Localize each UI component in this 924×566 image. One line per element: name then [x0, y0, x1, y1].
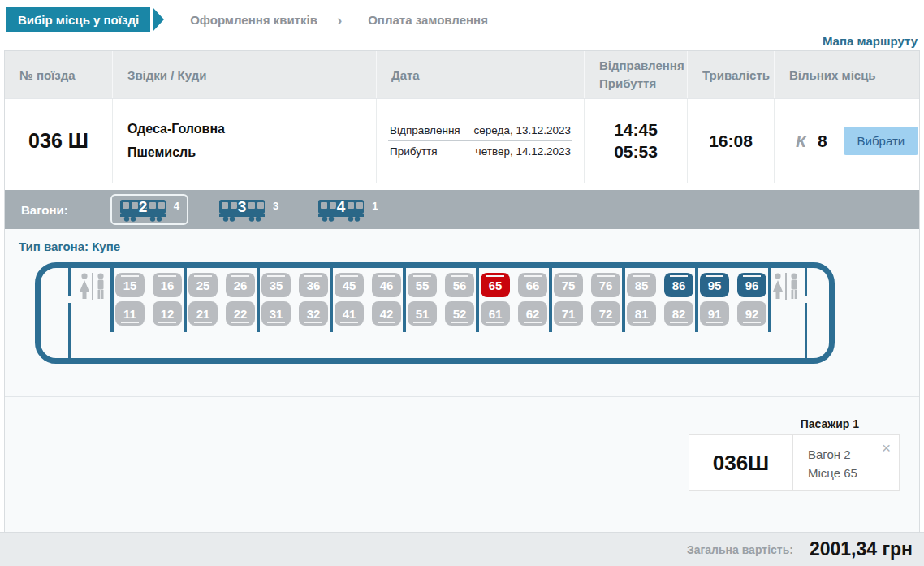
wagon-type-label: Тип вагона: Купе: [19, 240, 919, 253]
seat-22: 22: [226, 301, 255, 326]
seat-72: 72: [591, 301, 620, 326]
arrival-label: Прибуття: [390, 145, 438, 158]
right-vestibule-wall: [805, 303, 807, 358]
compartment-3: 35363132: [258, 268, 331, 326]
train-times: 14:45 05:53: [584, 99, 687, 183]
passenger-seat: Місце 65: [808, 464, 899, 483]
total-value: 2001,34 грн: [810, 538, 913, 560]
seat-66: 66: [518, 273, 547, 297]
col-duration: Тривалість: [687, 51, 774, 98]
maplink-row: Мапа маршруту: [0, 32, 924, 50]
free-seats-count: 8: [818, 132, 827, 151]
wagons-bar: Вагони: 243341: [5, 190, 919, 229]
compartment-6: 65666162: [477, 268, 551, 326]
departure-date-line: Відправлення середа, 13.12.2023: [388, 120, 572, 141]
wagon-free-count: 1: [372, 200, 378, 212]
seat-65[interactable]: 65: [481, 273, 510, 297]
right-vestibule-wall: [805, 268, 807, 296]
left-vestibule-wall: [68, 303, 71, 358]
seat-16: 16: [153, 273, 182, 297]
breadcrumb-step-payment[interactable]: Оплата замовлення: [368, 13, 488, 27]
departure-label: Відправлення: [390, 124, 460, 136]
compartment-2: 25262122: [185, 268, 258, 326]
wc-icon: [76, 272, 109, 301]
train-route: Одеса-Головна Пшемисль: [112, 99, 376, 183]
route-map-link[interactable]: Мапа маршруту: [823, 34, 918, 48]
seat-75: 75: [554, 273, 583, 297]
seat-96[interactable]: 96: [737, 273, 766, 297]
seat-12: 12: [153, 301, 182, 326]
wagon-tab-2[interactable]: 24: [110, 194, 188, 225]
departure-time: 14:45: [614, 119, 658, 140]
seat-62: 62: [518, 301, 547, 326]
wagon-seat-map: 1516111225262122353631324546414255565152…: [35, 262, 835, 364]
wagon-class-code: К: [796, 132, 806, 151]
col-departure-arrival: Відправлення Прибуття: [584, 51, 687, 98]
seat-51: 51: [408, 301, 437, 326]
seat-35: 35: [261, 273, 291, 297]
seat-41: 41: [335, 301, 364, 326]
total-label: Загальна вартість:: [687, 543, 793, 556]
compartment-4: 45464142: [331, 268, 404, 326]
seat-71: 71: [554, 301, 583, 326]
col-train-number: № поїзда: [5, 51, 112, 98]
seat-85: 85: [627, 273, 656, 297]
departure-date: середа, 13.12.2023: [474, 124, 571, 136]
seat-52: 52: [445, 301, 474, 326]
wagons-label: Вагони:: [21, 203, 68, 217]
compartment-7: 75767172: [551, 268, 624, 326]
compartment-8: 85868182: [624, 268, 697, 326]
col-free-seats: Вільних місць: [774, 51, 919, 98]
seat-25: 25: [188, 273, 218, 297]
wagon-icon: 4: [317, 199, 365, 222]
spacer: [5, 183, 919, 190]
wagon-tab-3[interactable]: 33: [209, 194, 287, 225]
breadcrumb-step-ticket-checkout[interactable]: Оформлення квитків: [190, 13, 317, 27]
seat-42: 42: [372, 301, 401, 326]
col-arrival: Прибуття: [599, 75, 656, 93]
seat-36: 36: [299, 273, 328, 297]
wagon-icon: 2: [119, 199, 166, 222]
seat-45: 45: [335, 273, 364, 297]
seat-15: 15: [115, 273, 145, 297]
breadcrumb-arrow-icon: [153, 7, 164, 32]
arrival-date-line: Прибуття четвер, 14.12.2023: [388, 141, 572, 162]
total-bar: Загальна вартість: 2001,34 грн: [0, 532, 924, 566]
seat-31: 31: [261, 301, 291, 326]
compartments: 1516111225262122353631324546414255565152…: [112, 268, 770, 326]
train-dates: Відправлення середа, 13.12.2023 Прибуття…: [376, 99, 584, 183]
passenger-ticket-card: 036Ш Вагон 2 Місце 65 ×: [689, 434, 900, 491]
col-date: Дата: [376, 51, 584, 98]
select-train-button[interactable]: Вибрати: [844, 127, 919, 155]
seat-92: 92: [737, 301, 766, 326]
seat-56: 56: [445, 273, 474, 297]
svg-text:2: 2: [138, 199, 147, 215]
breadcrumb-step-seat-selection[interactable]: Вибір місць у поїзді: [6, 7, 150, 32]
seat-86[interactable]: 86: [664, 273, 693, 297]
wagon-tabs: 243341: [110, 194, 387, 225]
train-free-seats: К 8 Вибрати: [774, 99, 919, 183]
seat-95[interactable]: 95: [700, 273, 729, 297]
wagon-tab-4[interactable]: 41: [309, 194, 386, 225]
train-panel: № поїзда Звідки / Куди Дата Відправлення…: [4, 50, 920, 532]
col-route: Звідки / Куди: [112, 51, 376, 98]
wc-icon: [770, 272, 802, 301]
seat-26: 26: [226, 273, 255, 297]
col-departure: Відправлення: [599, 57, 684, 75]
close-icon[interactable]: ×: [882, 440, 891, 456]
train-number: 036 Ш: [5, 99, 112, 183]
train-row: 036 Ш Одеса-Головна Пшемисль Відправленн…: [5, 98, 919, 183]
passenger-section: Пасажир 1 036Ш Вагон 2 Місце 65 ×: [5, 396, 919, 532]
seat-81: 81: [627, 301, 656, 326]
train-table-header: № поїзда Звідки / Куди Дата Відправлення…: [5, 51, 919, 98]
train-duration: 16:08: [687, 99, 774, 183]
seat-91: 91: [700, 301, 729, 326]
passenger-train-number: 036Ш: [689, 435, 793, 490]
wagon-free-count: 3: [273, 200, 278, 212]
wagon-free-count: 4: [174, 200, 179, 212]
compartment-5: 55565152: [404, 268, 477, 326]
svg-text:3: 3: [238, 199, 247, 215]
seat-32: 32: [299, 301, 328, 326]
seat-46: 46: [372, 273, 401, 297]
seat-55: 55: [408, 273, 437, 297]
